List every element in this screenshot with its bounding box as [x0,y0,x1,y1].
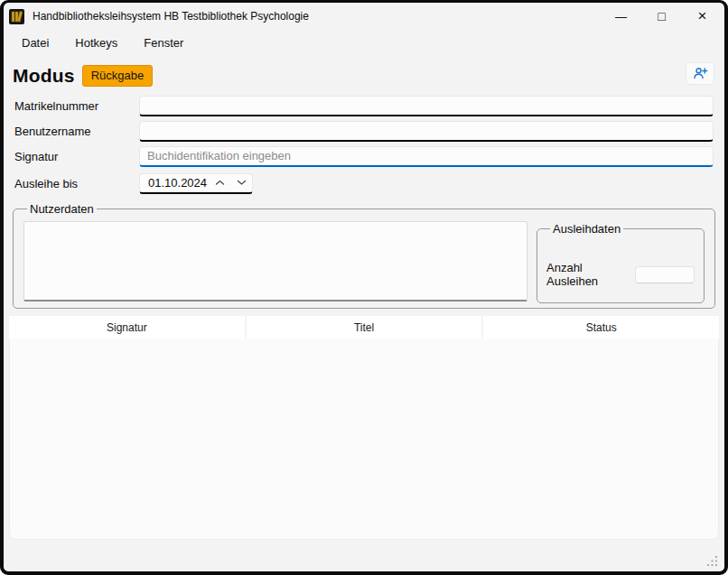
app-window: Handbibliotheksleihsystem HB Testbibliot… [0,0,728,575]
window-controls: — □ × [601,3,723,30]
field-row-matrikelnummer: Matrikelnummer [14,96,714,116]
spinner-down-button[interactable] [230,174,252,192]
column-header-signatur[interactable]: Signatur [9,316,245,339]
ausleihdaten-groupbox: Ausleihdaten Anzahl Ausleihen [537,222,705,303]
minimize-button[interactable]: — [601,4,641,29]
mode-title: Modus [13,65,75,87]
anzahl-ausleihen-input[interactable] [635,266,695,283]
signatur-input[interactable] [139,146,714,167]
column-header-status[interactable]: Status [483,316,719,339]
field-row-ausleihe-bis: Ausleihe bis 01.10.2024 [14,173,714,193]
spinner-up-button[interactable] [209,174,230,192]
resize-grip[interactable] [706,555,718,567]
window-title: Handbibliotheksleihsystem HB Testbibliot… [33,10,309,23]
ausleihe-bis-date-spinner[interactable]: 01.10.2024 [139,173,253,194]
benutzername-label: Benutzername [14,125,139,138]
maximize-button[interactable]: □ [641,4,682,29]
ausleihe-bis-value: 01.10.2024 [140,176,209,190]
benutzername-input[interactable] [139,121,714,142]
chevron-up-icon [215,180,225,186]
menu-item-fenster[interactable]: Fenster [142,33,185,52]
table-body-empty [9,339,719,540]
mode-badge[interactable]: Rückgabe [82,65,154,87]
nutzerdaten-groupbox: Nutzerdaten Ausleihdaten Anzahl Ausleihe… [13,202,715,309]
field-row-signatur: Signatur [14,146,714,166]
matrikelnummer-input[interactable] [139,96,714,116]
anzahl-ausleihen-label: Anzahl Ausleihen [546,261,635,288]
ausleihdaten-legend: Ausleihdaten [550,222,623,236]
table-header-row: Signatur Titel Status [9,316,719,339]
mode-header: Modus Rückgabe [4,58,724,94]
field-row-benutzername: Benutzername [14,121,714,141]
close-button[interactable]: × [682,4,723,29]
person-plus-icon [693,67,708,80]
form-fields: Matrikelnummer Benutzername Signatur Aus… [4,94,724,193]
column-header-titel[interactable]: Titel [247,316,482,339]
add-user-button[interactable] [686,62,714,85]
signatur-label: Signatur [14,150,139,163]
app-books-icon [9,9,24,24]
menu-bar: Datei Hotkeys Fenster [4,30,724,56]
anzahl-row: Anzahl Ausleihen [546,261,695,288]
nutzerdaten-legend: Nutzerdaten [27,202,97,216]
menu-item-datei[interactable]: Datei [20,33,51,52]
menu-item-hotkeys[interactable]: Hotkeys [73,33,119,52]
chevron-down-icon [237,180,247,186]
title-bar: Handbibliotheksleihsystem HB Testbibliot… [4,3,724,30]
ausleihe-bis-label: Ausleihe bis [14,177,139,190]
matrikelnummer-label: Matrikelnummer [14,99,139,113]
results-table: Signatur Titel Status [9,316,719,540]
nutzerdaten-textarea[interactable] [23,221,527,301]
